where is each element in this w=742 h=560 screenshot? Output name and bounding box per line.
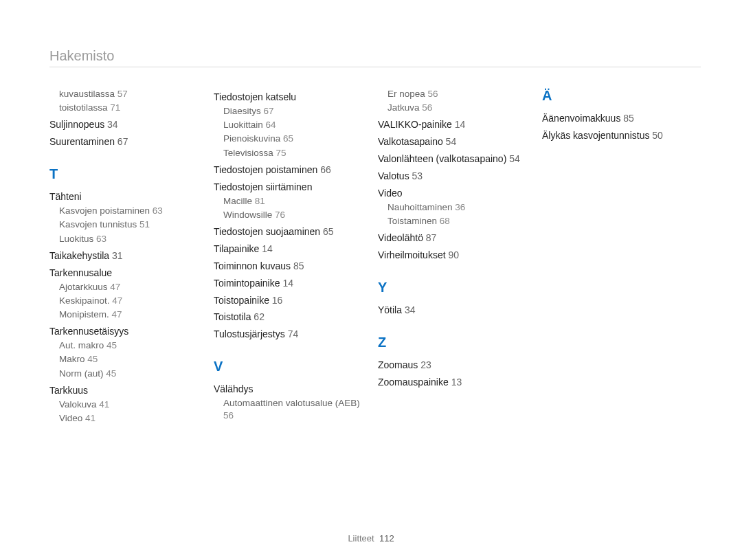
index-entry[interactable]: Zoomauspainike 13 [378, 376, 537, 389]
index-entry[interactable]: Tulostusjärjestys 74 [214, 328, 372, 341]
index-entry[interactable]: Yötila 34 [378, 304, 537, 317]
index-subentry[interactable]: Diaesitys 67 [223, 105, 372, 117]
index-subentry-text: Norm (aut) [59, 368, 104, 379]
index-subentry[interactable]: Macille 81 [223, 195, 372, 208]
index-column: Tiedostojen katseluDiaesitys 67Luokittai… [214, 87, 372, 426]
index-subentry-text: Diaesitys [223, 106, 261, 116]
index-subentry-page: 75 [276, 148, 286, 158]
index-entry[interactable]: Toistotila 62 [214, 311, 372, 324]
index-subentry-text: Monipistem. [59, 309, 109, 320]
index-subentry-page: 71 [110, 102, 120, 113]
index-entry-page: 67 [117, 136, 128, 147]
index-entry-text: Tiedostojen suojaaminen [214, 226, 320, 237]
index-entry[interactable]: Valkotasapaino 54 [378, 135, 537, 148]
index-subentry-page: 64 [266, 120, 276, 130]
index-entry-page: 53 [412, 170, 423, 181]
index-subentry[interactable]: Automaattinen valotusalue (AEB) 56 [223, 397, 372, 422]
index-entry-page: 13 [451, 377, 462, 388]
index-entry-page: 62 [254, 311, 265, 322]
index-subentry[interactable]: Nauhoittaminen 36 [387, 201, 537, 214]
index-entry-page: 16 [272, 295, 283, 306]
index-subentry-page: 56 [223, 410, 234, 421]
index-subentry-text: Kasvojen tunnistus [59, 219, 137, 229]
index-subentry[interactable]: Windowsille 76 [223, 209, 372, 221]
index-subentry-text: Nauhoittaminen [387, 202, 453, 212]
index-entry[interactable]: Taikakehystila 31 [49, 249, 208, 262]
index-subentry[interactable]: Er nopea 56 [387, 88, 537, 100]
index-subentry[interactable]: Norm (aut) 45 [59, 368, 208, 380]
index-subentry[interactable]: Video 41 [59, 412, 208, 425]
index-subentry-page: 45 [106, 340, 117, 350]
index-entry[interactable]: Tilapainike 14 [214, 243, 372, 256]
index-group: Tiedostojen siirtäminen [214, 181, 372, 194]
index-entry[interactable]: Toistopainike 16 [214, 294, 372, 307]
index-entry[interactable]: VALIKKO-painike 14 [378, 118, 537, 131]
index-subentry-page: 36 [455, 202, 465, 212]
index-subentry-page: 51 [139, 219, 150, 229]
index-subentry[interactable]: Makro 45 [59, 353, 208, 366]
index-entry-text: Toistotila [214, 311, 251, 322]
index-entry-text: Zoomauspainike [378, 377, 449, 388]
index-subentry-text: Ajotarkkuus [59, 282, 108, 292]
index-subentry-text: Makro [59, 354, 85, 364]
index-subentry[interactable]: Kasvojen poistaminen 63 [59, 205, 208, 217]
index-subentry[interactable]: Televisiossa 75 [223, 147, 372, 159]
index-subentry[interactable]: Luokittain 64 [223, 119, 372, 131]
index-subentry[interactable]: toistotilassa 71 [59, 102, 208, 114]
index-subentry[interactable]: Luokitus 63 [59, 233, 208, 245]
index-entry[interactable]: Virheilmoitukset 90 [378, 249, 537, 262]
index-entry-text: Suljinnopeus [49, 119, 104, 130]
index-subentry-page: 41 [85, 413, 95, 423]
index-subentry[interactable]: Keskipainot. 47 [59, 295, 208, 307]
index-subentry-text: Keskipainot. [59, 295, 110, 306]
index-subentry-page: 57 [117, 89, 128, 99]
index-subentry-text: Automaattinen valotusalue (AEB) [223, 398, 360, 408]
index-group: Tarkennusetäisyys [49, 325, 208, 338]
index-subentry-page: 47 [110, 282, 120, 292]
index-entry[interactable]: Suljinnopeus 34 [49, 118, 208, 131]
index-entry-text: Tilapainike [214, 243, 259, 254]
index-subentry-page: 41 [99, 399, 109, 410]
index-subentry-text: Pienoiskuvina [223, 133, 280, 144]
index-subentry-page: 56 [428, 89, 438, 99]
index-entry[interactable]: Toiminnon kuvaus 85 [214, 260, 372, 273]
index-entry[interactable]: Suurentaminen 67 [49, 135, 208, 148]
index-subentry[interactable]: kuvaustilassa 57 [59, 88, 208, 100]
index-entry[interactable]: Tiedostojen suojaaminen 65 [214, 225, 372, 238]
index-entry[interactable]: Tiedostojen poistaminen 66 [214, 164, 372, 177]
index-subentry-text: Televisiossa [223, 148, 273, 158]
index-subentry-text: Kasvojen poistaminen [59, 205, 150, 216]
index-column: ÄÄänenvoimakkuus 85Älykäs kasvojentunnis… [542, 87, 701, 426]
index-entry[interactable]: Älykäs kasvojentunnistus 50 [542, 129, 701, 142]
index-entry[interactable]: Toimintopainike 14 [214, 277, 372, 290]
index-entry-page: 14 [455, 119, 466, 130]
index-subentry-text: Jatkuva [387, 102, 420, 113]
index-entry-text: Yötila [378, 304, 402, 315]
index-subentry[interactable]: Jatkuva 56 [387, 102, 537, 114]
index-subentry-page: 68 [440, 216, 450, 226]
index-entry-page: 34 [107, 119, 118, 130]
index-entry[interactable]: Äänenvoimakkuus 85 [542, 112, 701, 125]
index-entry[interactable]: Valotus 53 [378, 170, 537, 183]
index-entry-text: Taikakehystila [49, 250, 109, 261]
index-entry-text: Tiedostojen poistaminen [214, 164, 317, 175]
index-entry[interactable]: Valonlähteen (valkotasapaino) 54 [378, 153, 537, 166]
index-subentry-text: Valokuva [59, 399, 97, 410]
index-subentry[interactable]: Kasvojen tunnistus 51 [59, 219, 208, 231]
index-subentry[interactable]: Aut. makro 45 [59, 339, 208, 352]
index-subentry-page: 47 [112, 309, 122, 320]
index-letter: Ä [542, 87, 701, 105]
index-entry[interactable]: Videolähtö 87 [378, 232, 537, 245]
index-entry[interactable]: Zoomaus 23 [378, 359, 537, 372]
index-subentry-text: Toistaminen [387, 216, 437, 226]
index-subentry[interactable]: Monipistem. 47 [59, 309, 208, 321]
page-title: Hakemisto [49, 48, 701, 64]
index-entry-text: Zoomaus [378, 359, 418, 370]
index-subentry[interactable]: Ajotarkkuus 47 [59, 281, 208, 293]
index-subentry[interactable]: Pienoiskuvina 65 [223, 133, 372, 145]
index-subentry[interactable]: Valokuva 41 [59, 399, 208, 411]
footer-page: 112 [379, 533, 394, 544]
index-entry-page: 23 [420, 359, 431, 370]
index-subentry[interactable]: Toistaminen 68 [387, 215, 537, 227]
index-subentry-text: toistotilassa [59, 102, 108, 113]
